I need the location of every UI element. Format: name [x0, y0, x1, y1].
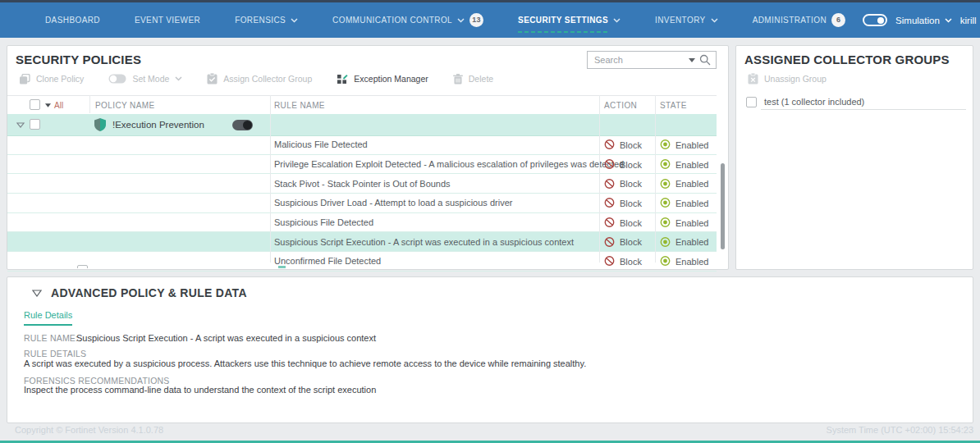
rule-name-label: RULE NAME:: [24, 333, 78, 343]
advanced-policy-rule-data-panel: ADVANCED POLICY & RULE DATA Rule Details…: [7, 276, 973, 423]
groups-toolbar: Unassign Group: [748, 73, 827, 84]
copyright-text: Copyright © Fortinet Version 4.1.0.78: [15, 425, 163, 435]
delete-button[interactable]: Delete: [453, 74, 493, 84]
user-menu[interactable]: kirill: [960, 16, 980, 25]
policy-enabled-toggle[interactable]: [232, 120, 253, 130]
enabled-icon: [660, 236, 671, 247]
rule-row[interactable]: Stack Pivot - Stack Pointer is Out of Bo…: [7, 174, 717, 194]
block-icon: [604, 198, 615, 208]
nav-item-communication-control[interactable]: COMMUNICATION CONTROL13: [315, 2, 501, 39]
nav-item-security-settings[interactable]: SECURITY SETTINGS: [501, 2, 638, 39]
nav-badge: 6: [831, 13, 845, 27]
rule-row[interactable]: Unconfirmed File DetectedBlockEnabled: [7, 252, 717, 272]
nav-right: Simulation kirill: [863, 14, 980, 26]
chevron-down-icon: [711, 18, 718, 23]
collapse-chevron-icon[interactable]: [16, 122, 25, 128]
block-icon: [604, 236, 615, 247]
top-nav: DASHBOARDEVENT VIEWERFORENSICSCOMMUNICAT…: [0, 0, 980, 38]
collapse-chevron-icon[interactable]: [32, 290, 42, 297]
table-header: All POLICY NAME RULE NAME ACTION STATE: [7, 95, 717, 115]
nav-badge: 13: [469, 13, 483, 27]
rule-action: Block: [604, 178, 642, 189]
rule-state: Enabled: [660, 217, 708, 228]
policy-checkbox[interactable]: [30, 119, 40, 130]
rule-action: Block: [604, 159, 642, 170]
set-mode-button[interactable]: Set Mode: [108, 74, 182, 84]
group-divider: [761, 109, 966, 110]
nav-item-inventory[interactable]: INVENTORY: [638, 2, 735, 39]
nav-item-label: COMMUNICATION CONTROL: [332, 16, 452, 25]
column-header-state: STATE: [660, 101, 687, 110]
nav-item-label: FORENSICS: [235, 16, 286, 25]
clipboard-check-icon: [207, 73, 218, 84]
state-label: Enabled: [675, 139, 708, 149]
assigned-collector-groups-panel: ASSIGNED COLLECTOR GROUPS Unassign Group…: [735, 45, 973, 270]
rule-row[interactable]: Malicious File DetectedBlockEnabled: [7, 135, 717, 155]
simulation-toggle[interactable]: [863, 14, 887, 26]
policy-row[interactable]: !Execution Prevention: [7, 114, 717, 136]
assign-collector-group-button[interactable]: Assign Collector Group: [207, 73, 312, 84]
toggle-knob: [877, 17, 884, 24]
exception-manager-button[interactable]: Exception Manager: [337, 74, 428, 84]
enabled-icon: [660, 178, 671, 189]
state-label: Enabled: [675, 217, 708, 227]
group-name: test (1 collector included): [764, 97, 864, 107]
collector-group-row[interactable]: test (1 collector included): [746, 94, 964, 110]
exception-manager-icon: [337, 74, 348, 84]
select-all-checkbox[interactable]: [30, 99, 40, 110]
rule-name: Suspicious Script Execution - A script w…: [274, 237, 574, 247]
fortinet-logo[interactable]: [11, 11, 15, 29]
rule-state: Enabled: [660, 178, 708, 189]
forensics-recommendations-value: Inspect the process command-line data to…: [24, 385, 376, 395]
toolbar-label: Clone Policy: [36, 74, 84, 84]
rule-row[interactable]: Suspicious Script Execution - A script w…: [7, 232, 717, 252]
table-scrollbar[interactable]: [721, 163, 725, 249]
search-filter-caret-icon[interactable]: [689, 58, 695, 62]
rule-state: Enabled: [660, 198, 708, 208]
action-label: Block: [620, 159, 642, 169]
chevron-down-icon: [613, 18, 621, 23]
state-label: Enabled: [675, 179, 708, 189]
select-all-label[interactable]: All: [54, 101, 63, 110]
select-all-caret-icon[interactable]: [45, 103, 51, 107]
rule-row[interactable]: Privilege Escalation Exploit Detected - …: [7, 155, 717, 175]
tab-rule-details[interactable]: Rule Details: [24, 310, 72, 326]
nav-item-administration[interactable]: ADMINISTRATION6: [735, 2, 863, 39]
nav-item-dashboard[interactable]: DASHBOARD: [28, 2, 117, 39]
chevron-down-icon: [457, 18, 465, 23]
unassign-group-button[interactable]: Unassign Group: [748, 73, 827, 84]
enabled-icon: [660, 198, 671, 208]
rules-container: Malicious File DetectedBlockEnabledPrivi…: [7, 135, 717, 272]
rule-row[interactable]: Suspicious File DetectedBlockEnabled: [7, 213, 717, 233]
toolbar-label: Assign Collector Group: [223, 74, 312, 84]
action-label: Block: [620, 198, 642, 208]
nav-item-event-viewer[interactable]: EVENT VIEWER: [117, 2, 218, 39]
nav-item-forensics[interactable]: FORENSICS: [218, 2, 315, 39]
clone-policy-button[interactable]: Clone Policy: [19, 74, 84, 84]
trash-icon: [453, 74, 463, 84]
rule-name: Privilege Escalation Exploit Detected - …: [274, 159, 624, 169]
block-icon: [604, 139, 615, 150]
search-input[interactable]: [593, 54, 685, 66]
toggle-knob: [243, 121, 252, 130]
details-title: ADVANCED POLICY & RULE DATA: [51, 286, 247, 299]
simulation-menu[interactable]: Simulation: [895, 16, 952, 25]
rule-state: Enabled: [660, 159, 708, 170]
details-header[interactable]: ADVANCED POLICY & RULE DATA: [32, 286, 247, 299]
rule-name: Suspicious File Detected: [274, 217, 373, 227]
partial-next-row: [7, 264, 717, 268]
rule-state: Enabled: [660, 236, 708, 247]
system-time: System Time (UTC +02:00) 15:54:23: [827, 425, 973, 435]
rule-row[interactable]: Suspicious Driver Load - Attempt to load…: [7, 194, 717, 213]
search-icon[interactable]: [699, 54, 711, 66]
rule-name: Malicious File Detected: [274, 139, 368, 149]
unassign-group-label: Unassign Group: [764, 74, 827, 84]
column-header-policy-name: POLICY NAME: [95, 101, 155, 110]
user-name: kirill: [960, 16, 977, 25]
group-checkbox[interactable]: [746, 97, 757, 107]
search-box[interactable]: [587, 51, 717, 69]
rule-action: Block: [604, 236, 642, 247]
action-label: Block: [620, 139, 642, 149]
enabled-icon: [660, 217, 671, 228]
security-policies-title: SECURITY POLICIES: [16, 53, 141, 66]
